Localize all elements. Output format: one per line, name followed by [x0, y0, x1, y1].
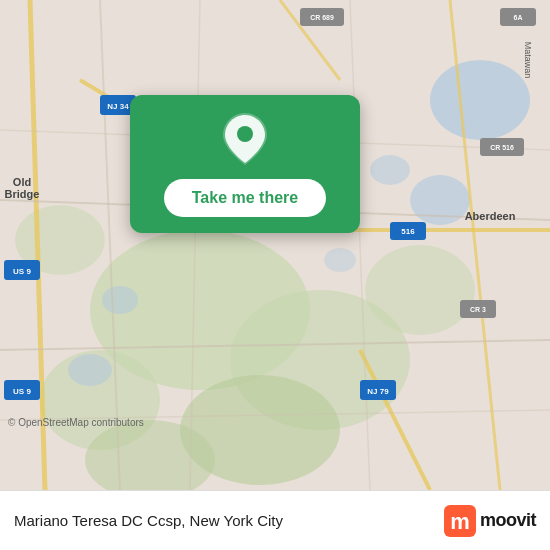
svg-text:6A: 6A: [514, 14, 523, 21]
svg-text:m: m: [450, 509, 470, 534]
svg-point-36: [237, 126, 253, 142]
svg-text:Aberdeen: Aberdeen: [465, 210, 516, 222]
moovit-label: moovit: [480, 510, 536, 531]
svg-text:Bridge: Bridge: [5, 188, 40, 200]
map-container: US 9 US 9 NJ 34 516 NJ 79 CR 689 CR 516 …: [0, 0, 550, 490]
svg-text:CR 3: CR 3: [470, 306, 486, 313]
pin-icon: [223, 113, 267, 165]
svg-text:US 9: US 9: [13, 267, 31, 276]
svg-point-13: [324, 248, 356, 272]
svg-point-10: [370, 155, 410, 185]
bottom-bar: Mariano Teresa DC Ccsp, New York City m …: [0, 490, 550, 550]
svg-text:US 9: US 9: [13, 387, 31, 396]
svg-text:Old: Old: [13, 176, 31, 188]
svg-point-12: [68, 354, 112, 386]
svg-point-8: [430, 60, 530, 140]
take-me-there-button[interactable]: Take me there: [164, 179, 326, 217]
map-attribution: © OpenStreetMap contributors: [8, 417, 144, 428]
svg-point-4: [365, 245, 475, 335]
svg-text:NJ 79: NJ 79: [367, 387, 389, 396]
moovit-brand-icon: m: [444, 505, 476, 537]
svg-text:CR 516: CR 516: [490, 144, 514, 151]
svg-text:CR 689: CR 689: [310, 14, 334, 21]
svg-text:516: 516: [401, 227, 415, 236]
location-card: Take me there: [130, 95, 360, 233]
svg-text:Matawan: Matawan: [523, 42, 533, 79]
svg-text:NJ 34: NJ 34: [107, 102, 129, 111]
svg-point-11: [102, 286, 138, 314]
moovit-logo: m moovit: [444, 505, 536, 537]
location-name: Mariano Teresa DC Ccsp, New York City: [14, 512, 444, 529]
